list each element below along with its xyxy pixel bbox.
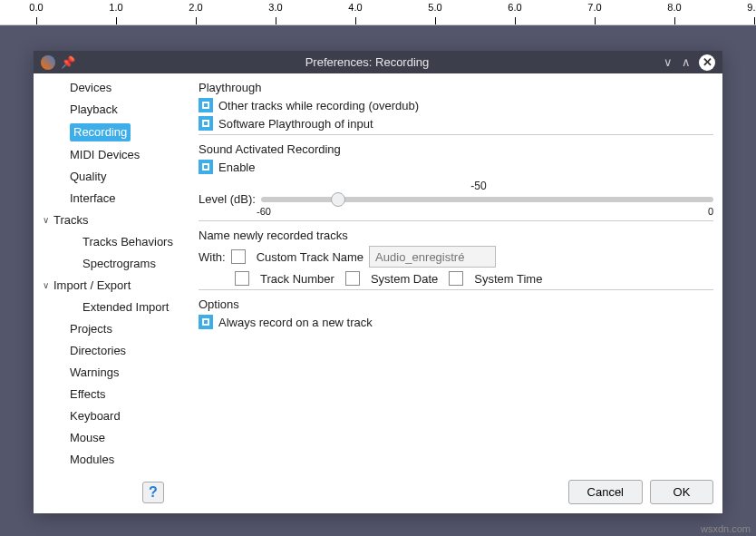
slider-level[interactable] (261, 197, 713, 202)
titlebar: 📌 Preferences: Recording ∨ ∧ ✕ (34, 51, 722, 73)
group-sar: Sound Activated Recording (199, 142, 713, 156)
tree-item-label: Interface (70, 190, 116, 207)
tree-item-label: Warnings (70, 365, 119, 381)
tree-item-label: Devices (70, 80, 111, 96)
help-button[interactable]: ? (142, 482, 164, 503)
tree-item-label: Modules (70, 452, 114, 468)
checkbox-always-new-track[interactable] (199, 315, 213, 329)
separator (199, 134, 713, 135)
close-button[interactable]: ✕ (699, 54, 715, 71)
tree-item-playback[interactable]: Playback (34, 99, 189, 121)
tree-item-directories[interactable]: Directories (34, 340, 189, 362)
tree-item-label: Tracks Behaviors (82, 234, 173, 250)
app-backdrop: 📌 Preferences: Recording ∨ ∧ ✕ DevicesPl… (0, 25, 756, 536)
tree-item-label: Effects (70, 386, 106, 403)
tree-item-label: Playback (70, 102, 118, 118)
label-track-number: Track Number (260, 272, 334, 286)
slider-min: -60 (257, 206, 271, 217)
app-icon (41, 55, 55, 70)
dialog-footer: ? Cancel OK (34, 471, 722, 513)
tree-item-label: Tracks (53, 212, 89, 229)
preferences-dialog: 📌 Preferences: Recording ∨ ∧ ✕ DevicesPl… (34, 51, 722, 513)
tree-item-keyboard[interactable]: Keyboard (34, 405, 189, 427)
checkbox-system-time[interactable] (449, 271, 463, 286)
tree-item-label: Directories (70, 343, 126, 359)
watermark: wsxdn.com (701, 523, 751, 534)
tree-item-label: Spectrograms (82, 256, 156, 272)
group-naming: Name newly recorded tracks (199, 229, 713, 242)
separator (199, 289, 713, 290)
ruler: 0.01.02.03.04.05.06.07.08.09.0 (0, 0, 756, 25)
label-sar-enable: Enable (218, 161, 255, 174)
cancel-button[interactable]: Cancel (568, 480, 643, 504)
tree-item-mouse[interactable]: Mouse (34, 427, 189, 449)
tree-item-recording[interactable]: Recording (34, 121, 189, 144)
tree-item-label: Quality (70, 169, 106, 185)
tree-item-label: Projects (70, 321, 112, 337)
tree-item-label: MIDI Devices (70, 147, 140, 163)
tree-item-interface[interactable]: Interface (34, 188, 189, 210)
preferences-content: Playthrough Other tracks while recording… (189, 73, 722, 471)
tree-item-import-export[interactable]: ∨Import / Export (34, 275, 189, 297)
checkbox-sar-enable[interactable] (199, 160, 213, 174)
tree-item-label: Mouse (70, 430, 105, 446)
maximize-button[interactable]: ∧ (677, 54, 695, 72)
group-playthrough: Playthrough (199, 81, 713, 94)
tree-item-projects[interactable]: Projects (34, 318, 189, 340)
tree-item-effects[interactable]: Effects (34, 384, 189, 405)
input-custom-track-name[interactable] (369, 246, 496, 268)
dialog-title: Preferences: Recording (75, 55, 659, 69)
tree-item-extended-import[interactable]: Extended Import (34, 297, 189, 318)
chevron-down-icon[interactable]: ∨ (43, 212, 53, 229)
label-with: With: (199, 250, 226, 264)
ok-button[interactable]: OK (650, 480, 713, 504)
label-custom-track-name: Custom Track Name (257, 250, 363, 264)
pin-icon[interactable]: 📌 (61, 55, 75, 69)
tree-item-label: Extended Import (82, 299, 169, 316)
label-overdub: Other tracks while recording (overdub) (218, 99, 419, 112)
checkbox-custom-track-name[interactable] (231, 249, 246, 264)
tree-item-label: Keyboard (70, 408, 121, 424)
chevron-down-icon[interactable]: ∨ (43, 278, 53, 294)
label-software-playthrough: Software Playthrough of input (218, 117, 373, 131)
tree-item-label: Recording (70, 123, 131, 141)
checkbox-system-date[interactable] (345, 271, 360, 286)
label-system-time: System Time (474, 272, 542, 286)
tree-item-warnings[interactable]: Warnings (34, 362, 189, 384)
tree-item-tracks[interactable]: ∨Tracks (34, 210, 189, 231)
tree-item-tracks-behaviors[interactable]: Tracks Behaviors (34, 231, 189, 253)
slider-max: 0 (708, 206, 713, 217)
checkbox-track-number[interactable] (235, 271, 249, 286)
label-system-date: System Date (371, 272, 438, 286)
tree-item-quality[interactable]: Quality (34, 166, 189, 188)
tree-item-spectrograms[interactable]: Spectrograms (34, 253, 189, 275)
slider-thumb[interactable] (331, 192, 345, 207)
tree-item-midi-devices[interactable]: MIDI Devices (34, 144, 189, 166)
group-options: Options (199, 297, 713, 311)
minimize-button[interactable]: ∨ (659, 54, 677, 72)
checkbox-overdub[interactable] (199, 98, 213, 112)
preferences-tree[interactable]: DevicesPlaybackRecordingMIDI DevicesQual… (34, 73, 189, 471)
tree-item-label: Import / Export (53, 278, 131, 294)
slider-value: -50 (244, 180, 713, 192)
separator (199, 220, 713, 221)
tree-item-devices[interactable]: Devices (34, 77, 189, 99)
tree-item-modules[interactable]: Modules (34, 449, 189, 471)
slider-label: Level (dB): (199, 192, 256, 206)
checkbox-software-playthrough[interactable] (199, 116, 213, 131)
label-always-new-track: Always record on a new track (218, 316, 373, 329)
